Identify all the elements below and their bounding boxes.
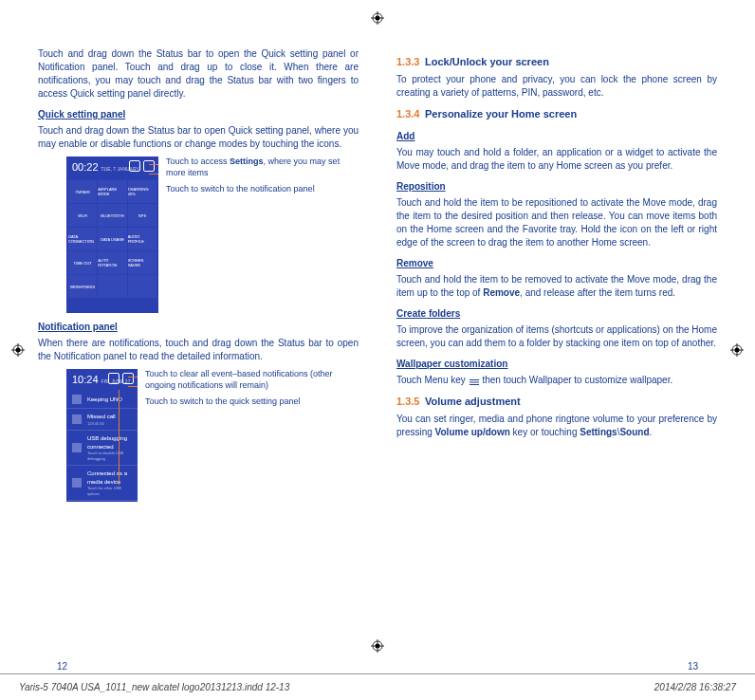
notification-icon <box>72 414 82 424</box>
notification-icon <box>72 443 82 452</box>
svg-point-11 <box>735 348 740 353</box>
section-135-heading: 1.3.5 Volume adjustment <box>396 395 717 409</box>
notification-row: Connected as a media deviceTouch for oth… <box>66 466 138 501</box>
annotation-clear: Touch to clear all event–based notificat… <box>145 369 359 391</box>
quick-setting-tile: DATA CONNECTION <box>68 228 97 250</box>
wallpaper-body: Touch Menu key then touch Wallpaper to c… <box>396 374 717 387</box>
np-annotations: Touch to clear all event–based notificat… <box>145 369 359 502</box>
quick-setting-tile: AIRPLANE MODE <box>98 180 126 203</box>
callout-line-icon <box>128 386 138 387</box>
create-folders-heading: Create folders <box>396 307 717 321</box>
registration-mark-icon <box>371 639 384 653</box>
page-number-left: 12 <box>57 661 67 672</box>
notification-heading: Notification panel <box>38 321 359 334</box>
notification-row: USB debugging connectedTouch to disable … <box>66 431 138 466</box>
reposition-heading: Reposition <box>396 180 717 193</box>
annotation-settings: Touch to access Settings, where you may … <box>166 157 359 178</box>
section-133-body: To protect your phone and privacy, you c… <box>396 73 717 100</box>
annotation-switch-notif: Touch to switch to the notification pane… <box>166 184 359 195</box>
quick-setting-heading: Quick setting panel <box>38 108 359 121</box>
quick-setting-tile: AUDIO PROFILE <box>128 228 157 250</box>
notification-row: Keeping UNO <box>66 391 138 409</box>
wallpaper-heading: Wallpaper customization <box>396 358 717 371</box>
callout-line-icon <box>149 164 158 165</box>
section-134-heading: 1.3.4 Personalize your Home screen <box>396 107 717 121</box>
notification-body: When there are notifications, touch and … <box>38 337 359 363</box>
intro-paragraph: Touch and drag down the Status bar to op… <box>38 47 359 101</box>
quick-setting-tile <box>98 275 126 298</box>
quick-setting-tile: DATA USAGE <box>98 228 126 250</box>
indd-filename: Yaris-5 7040A USA_1011_new alcatel logo2… <box>19 682 289 692</box>
notification-phone-screenshot: 10:24 FRI, JUNE 27 Keeping UNOMissed cal… <box>66 369 138 502</box>
registration-mark-icon <box>371 11 384 25</box>
callout-arrow-icon <box>119 390 120 485</box>
quick-setting-screenshot-block: 00:22 TUE, 7 JANUARY OWNERAIRPLANE MODEC… <box>66 157 359 313</box>
reposition-body: Touch and hold the item to be reposition… <box>396 196 717 249</box>
svg-point-3 <box>376 16 380 21</box>
remove-body: Touch and hold the item to be removed to… <box>396 273 717 300</box>
page-footer: 12 13 <box>0 661 755 672</box>
page-right: 1.3.3 Lock/Unlock your screen To protect… <box>396 47 717 636</box>
callout-line-icon <box>128 377 138 378</box>
notification-screenshot-block: 10:24 FRI, JUNE 27 Keeping UNOMissed cal… <box>66 369 359 502</box>
quick-setting-body: Touch and drag down the Status bar to op… <box>38 124 359 151</box>
indesign-slug: Yaris-5 7040A USA_1011_new alcatel logo2… <box>0 673 755 700</box>
quick-setting-tile <box>128 275 157 298</box>
quick-setting-tile: BRIGHTNESS <box>68 275 97 298</box>
add-heading: Add <box>396 130 717 143</box>
registration-mark-icon <box>730 343 744 357</box>
page-left: Touch and drag down the Status bar to op… <box>38 47 359 636</box>
add-body: You may touch and hold a folder, an appl… <box>396 146 717 173</box>
section-133-heading: 1.3.3 Lock/Unlock your screen <box>396 55 717 69</box>
qsp-annotations: Touch to access Settings, where you may … <box>166 157 359 313</box>
indd-timestamp: 2014/2/28 16:38:27 <box>654 682 736 692</box>
notification-icon <box>72 395 82 404</box>
quick-setting-tile: CHARGING: 49% <box>128 180 157 203</box>
svg-point-7 <box>16 348 21 353</box>
quick-setting-tile: AUTO ROTATION <box>98 251 126 274</box>
callout-line-icon <box>149 174 158 175</box>
quick-setting-tile: BLUETOOTH <box>98 204 126 227</box>
notification-icon <box>72 478 82 488</box>
annotation-switch-qsp: Touch to switch to the quick setting pan… <box>145 396 359 408</box>
switch-panel-icon <box>143 160 155 172</box>
create-folders-body: To improve the organization of items (sh… <box>396 323 717 350</box>
page-number-right: 13 <box>688 661 698 672</box>
quick-setting-tile: GPS <box>128 204 157 227</box>
remove-heading: Remove <box>396 257 717 270</box>
notification-row: Missed call123 45 56 <box>66 409 138 431</box>
quick-setting-tile: OWNER <box>68 180 97 203</box>
menu-key-icon <box>469 377 480 384</box>
quick-setting-tile: SCREEN SAVER <box>128 251 157 274</box>
quick-setting-tile: WI-FI <box>68 204 97 227</box>
quick-setting-phone-screenshot: 00:22 TUE, 7 JANUARY OWNERAIRPLANE MODEC… <box>66 157 158 313</box>
registration-mark-icon <box>11 343 25 357</box>
svg-point-15 <box>376 644 380 649</box>
quick-setting-tile: TIME OUT <box>68 251 97 274</box>
section-135-body: You can set ringer, media and phone ring… <box>396 413 717 439</box>
